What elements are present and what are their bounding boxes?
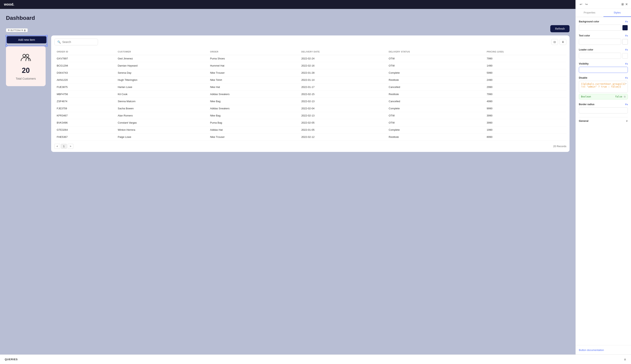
col-order: ORDER: [208, 48, 299, 55]
text-color-swatch[interactable]: [622, 39, 628, 44]
handle-tr[interactable]: [46, 35, 48, 37]
visibility-label: Visibility Fx: [579, 62, 628, 65]
background-color-fx[interactable]: Fx: [625, 20, 628, 23]
redo-button[interactable]: ↪: [584, 2, 588, 6]
text-color-fx[interactable]: Fx: [625, 34, 628, 37]
text-color-input-row: #fff: [579, 38, 628, 45]
close-icon[interactable]: ✕: [625, 2, 628, 6]
loader-color-swatch[interactable]: [622, 53, 628, 58]
cell-order-id: ZSF4674: [54, 98, 115, 105]
cell-pricing: 8990: [484, 134, 566, 140]
pagination: < 1 > 20 Records: [54, 144, 566, 149]
cell-customer: Ged Jimenez: [115, 55, 208, 62]
border-radius-label: Border radius Fx: [579, 103, 628, 106]
table-header-row: ORDER ID CUSTOMER ORDER DELIVERY DATE DE…: [54, 48, 566, 55]
panel-header: ↩ ↪ 🖥 ✕: [576, 0, 631, 9]
cell-delivery-status: OTW: [386, 112, 484, 119]
stat-number: 20: [22, 66, 30, 75]
text-color-input[interactable]: #fff: [579, 38, 621, 45]
cell-customer: Damian Hayward: [115, 62, 208, 69]
table-row: AKN1220 Hugh Titterington Nike Tshirt 20…: [54, 76, 566, 84]
loader-color-label: Loader color Fx: [579, 48, 628, 51]
open-in-editor-icon[interactable]: ↗: [625, 82, 626, 85]
disable-fx[interactable]: Fx: [625, 77, 628, 79]
copy-result-icon[interactable]: ⧉: [624, 95, 626, 98]
cell-delivery-date: 2022-01-14: [299, 76, 386, 84]
queries-label: QUERIES: [5, 358, 18, 361]
cell-order-id: FHE5367: [54, 134, 115, 140]
search-input[interactable]: [62, 40, 95, 44]
selection-border: Add new item: [6, 36, 47, 46]
cell-pricing: 7990: [484, 55, 566, 62]
cell-order-id: KFR3467: [54, 112, 115, 119]
cell-order: Nike Bag: [208, 98, 299, 105]
loader-color-input[interactable]: [579, 53, 621, 59]
page-1-button[interactable]: 1: [61, 144, 67, 149]
button-documentation-link[interactable]: Button documentation: [579, 348, 604, 352]
table-row: MBF4756 Kit Cook Adidas Sneakers 2022-02…: [54, 91, 566, 98]
cell-delivery-status: Restitute: [386, 76, 484, 84]
panel-nav: ↩ ↪: [579, 2, 588, 6]
background-color-swatch[interactable]: [622, 25, 628, 30]
cell-pricing: 3990: [484, 119, 566, 126]
tab-styles[interactable]: Styles: [603, 9, 631, 17]
handle-br[interactable]: [46, 45, 48, 46]
stat-label: Total Customers: [16, 77, 36, 80]
result-value: false: [615, 95, 622, 98]
cell-order-id: BVK3496: [54, 119, 115, 126]
add-new-item-button[interactable]: Add new item: [7, 36, 46, 43]
background-color-label: Background color Fx: [579, 20, 628, 23]
trash-icon[interactable]: 🗑: [24, 29, 26, 32]
cell-pricing: 3990: [484, 112, 566, 119]
table-row: FHE5367 Paige Lowe Nike Trouser 2022-02-…: [54, 134, 566, 140]
prev-page-button[interactable]: <: [54, 144, 60, 149]
panel-body: Background color Fx #111845ff Text color…: [576, 17, 631, 345]
cell-delivery-date: 2022-01-28: [299, 69, 386, 76]
undo-button[interactable]: ↩: [579, 2, 583, 6]
filter-button[interactable]: ⊟: [551, 39, 558, 45]
disable-result-box: Boolean false ⧉: [579, 94, 628, 100]
button4-tag: ⚙ BUTTON4 ⧉ 🗑: [6, 28, 28, 32]
cell-order: Hummel Hat: [208, 62, 299, 69]
queries-toggle-icon[interactable]: ∧: [624, 358, 626, 361]
table-controls: 🔍 ⊟ ⬇: [54, 38, 566, 45]
cell-delivery-status: Complete: [386, 126, 484, 134]
cell-order-id: AKN1220: [54, 76, 115, 84]
next-page-button[interactable]: >: [68, 144, 74, 149]
table-row: GTE3264 Winton Herrera Adidas Hat 2022-0…: [54, 126, 566, 134]
general-section[interactable]: General ∨: [579, 117, 628, 124]
col-pricing: PRICING (USD): [484, 48, 566, 55]
handle-tl[interactable]: [6, 35, 7, 37]
download-button[interactable]: ⬇: [560, 39, 566, 45]
cell-order: Puma Bag: [208, 119, 299, 126]
background-color-input[interactable]: #111845ff: [579, 24, 621, 31]
cell-order: Nike Trouser: [208, 69, 299, 76]
loader-color-fx[interactable]: Fx: [625, 48, 628, 51]
border-radius-input[interactable]: 15: [579, 107, 628, 114]
cell-pricing: 5990: [484, 69, 566, 76]
table-row: FJE3759 Sacha Bowen Adidas Sneakers 2022…: [54, 105, 566, 112]
search-box[interactable]: 🔍: [54, 38, 98, 45]
page-title: Dashboard: [6, 15, 569, 21]
visibility-fx[interactable]: Fx: [625, 62, 628, 65]
cell-delivery-date: 2022-02-13: [299, 112, 386, 119]
cell-customer: Constant Vargas: [115, 119, 208, 126]
border-radius-fx[interactable]: Fx: [625, 103, 628, 106]
refresh-button[interactable]: Refresh: [550, 25, 569, 32]
cell-order: Adidas Hat: [208, 126, 299, 134]
visibility-input[interactable]: {{true}}: [579, 67, 628, 73]
cell-customer: Alan Romero: [115, 112, 208, 119]
cell-customer: Sacha Bowen: [115, 105, 208, 112]
cell-delivery-date: 2022-02-24: [299, 55, 386, 62]
tab-properties[interactable]: Properties: [576, 9, 603, 17]
disable-section: Disable Fx {{globals.currentUser.groups[…: [579, 76, 628, 100]
table-row: BVK3496 Constant Vargas Puma Bag 2022-02…: [54, 119, 566, 126]
table-row: FUE3875 Harlan Lowe Nike Hat 2022-01-17 …: [54, 84, 566, 91]
table-row: DSK4743 Serena Day Nike Trouser 2022-01-…: [54, 69, 566, 76]
cell-order-id: DSK4743: [54, 69, 115, 76]
cell-delivery-date: 2022-02-15: [299, 91, 386, 98]
right-panel: ↩ ↪ 🖥 ✕ Properties Styles Background col: [575, 0, 631, 354]
cell-customer: Kit Cook: [115, 91, 208, 98]
cell-delivery-date: 2022-02-13: [299, 98, 386, 105]
handle-bl[interactable]: [6, 45, 7, 46]
